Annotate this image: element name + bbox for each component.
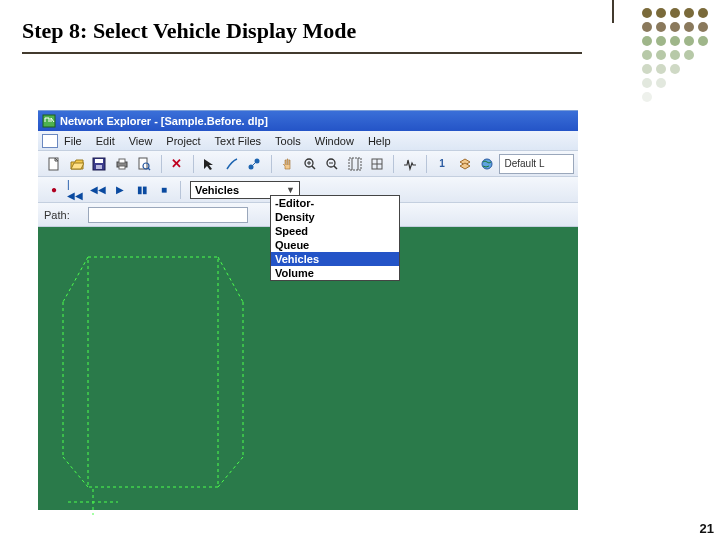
app-icon — [42, 114, 56, 128]
menubar: FileEditViewProjectText FilesToolsWindow… — [38, 131, 578, 151]
decoration-dot — [656, 22, 666, 32]
pan-icon[interactable] — [277, 154, 298, 174]
record-icon[interactable]: ● — [44, 181, 64, 199]
decoration-dot — [656, 36, 666, 46]
svg-point-27 — [482, 159, 492, 169]
link-tool-icon[interactable] — [222, 154, 243, 174]
display-mode-option[interactable]: Queue — [271, 238, 399, 252]
layer1-icon[interactable]: 1 — [432, 154, 453, 174]
svg-rect-3 — [95, 159, 103, 163]
zoom-out-icon[interactable] — [322, 154, 343, 174]
display-mode-option[interactable]: Speed — [271, 224, 399, 238]
svg-rect-4 — [96, 165, 102, 169]
zoom-extent-icon[interactable] — [367, 154, 388, 174]
decoration-dot — [656, 64, 666, 74]
save-icon[interactable] — [89, 154, 110, 174]
decoration-dot — [642, 64, 652, 74]
toolbar-main: ✕ 1 — [38, 151, 578, 177]
pause-icon[interactable]: ▮▮ — [132, 181, 152, 199]
svg-line-32 — [218, 257, 243, 302]
svg-line-29 — [63, 257, 88, 302]
svg-line-30 — [63, 457, 88, 487]
open-icon[interactable] — [67, 154, 88, 174]
delete-icon[interactable]: ✕ — [167, 154, 188, 174]
print-icon[interactable] — [112, 154, 133, 174]
titlebar: Network Explorer - [Sample.Before. dlp] — [38, 111, 578, 131]
decoration-dot — [698, 22, 708, 32]
decoration-dot — [642, 78, 652, 88]
toolbar-separator — [271, 155, 273, 173]
svg-line-10 — [148, 168, 150, 170]
svg-line-19 — [334, 166, 337, 169]
page-number: 21 — [700, 521, 714, 536]
decoration-dot — [698, 8, 708, 18]
menu-item-help[interactable]: Help — [368, 135, 391, 147]
toolbar-separator — [426, 155, 428, 173]
svg-line-13 — [252, 162, 256, 166]
menu-item-view[interactable]: View — [129, 135, 153, 147]
rewind-start-icon[interactable]: |◀◀ — [66, 181, 86, 199]
title-rule — [22, 52, 582, 54]
play-icon[interactable]: ▶ — [110, 181, 130, 199]
system-menu-icon[interactable] — [42, 134, 58, 148]
svg-rect-7 — [119, 166, 125, 169]
decoration-dot — [670, 22, 680, 32]
decoration-dot — [642, 22, 652, 32]
preview-icon[interactable] — [134, 154, 155, 174]
display-mode-combo-text: Vehicles — [195, 184, 239, 196]
decoration-dot — [656, 8, 666, 18]
display-mode-option[interactable]: Density — [271, 210, 399, 224]
decoration-dot — [684, 36, 694, 46]
layer-stack-icon[interactable] — [454, 154, 475, 174]
decoration-dot — [670, 36, 680, 46]
decoration-dot — [670, 64, 680, 74]
menu-item-edit[interactable]: Edit — [96, 135, 115, 147]
zoom-window-icon[interactable] — [344, 154, 365, 174]
menu-item-text-files[interactable]: Text Files — [215, 135, 261, 147]
menu-item-project[interactable]: Project — [166, 135, 200, 147]
toolbar-separator — [393, 155, 395, 173]
titlebar-text: Network Explorer - [Sample.Before. dlp] — [60, 115, 268, 127]
svg-rect-6 — [119, 159, 125, 163]
menu-item-window[interactable]: Window — [315, 135, 354, 147]
decoration-dot — [670, 8, 680, 18]
decoration-dot — [670, 50, 680, 60]
arrow-tool-icon[interactable] — [199, 154, 220, 174]
mode-dropdown-text: Default L — [504, 158, 544, 169]
decoration-dot — [656, 78, 666, 88]
activity-icon[interactable] — [399, 154, 420, 174]
svg-rect-28 — [88, 257, 218, 487]
zoom-in-icon[interactable] — [299, 154, 320, 174]
decoration-dot — [656, 50, 666, 60]
display-mode-option[interactable]: Volume — [271, 266, 399, 280]
node-tool-icon[interactable] — [244, 154, 265, 174]
svg-rect-21 — [349, 158, 361, 170]
title-side-rule — [612, 0, 614, 23]
mode-dropdown[interactable]: Default L — [499, 154, 574, 174]
stop-icon[interactable]: ■ — [154, 181, 174, 199]
menu-item-file[interactable]: File — [64, 135, 82, 147]
new-icon[interactable] — [44, 154, 65, 174]
slide-title: Step 8: Select Vehicle Display Mode — [22, 18, 356, 44]
svg-line-33 — [218, 457, 243, 487]
decoration-dot — [642, 8, 652, 18]
toolbar-separator — [193, 155, 195, 173]
decoration-dot — [684, 8, 694, 18]
decoration-dot — [684, 50, 694, 60]
toolbar-separator — [180, 181, 182, 199]
display-mode-dropdown-list[interactable]: -Editor-DensitySpeedQueueVehiclesVolume — [270, 195, 400, 281]
decoration-dot — [642, 92, 652, 102]
rewind-icon[interactable]: ◀◀ — [88, 181, 108, 199]
globe-icon[interactable] — [477, 154, 498, 174]
toolbar-separator — [161, 155, 163, 173]
app-window: Network Explorer - [Sample.Before. dlp] … — [38, 110, 578, 510]
menu-item-tools[interactable]: Tools — [275, 135, 301, 147]
svg-line-15 — [312, 166, 315, 169]
path-label: Path: — [44, 209, 88, 221]
decoration-dot — [642, 36, 652, 46]
decoration-dot — [642, 50, 652, 60]
display-mode-option[interactable]: Vehicles — [271, 252, 399, 266]
display-mode-option[interactable]: -Editor- — [271, 196, 399, 210]
path-input[interactable] — [88, 207, 248, 223]
decoration-dot — [698, 36, 708, 46]
